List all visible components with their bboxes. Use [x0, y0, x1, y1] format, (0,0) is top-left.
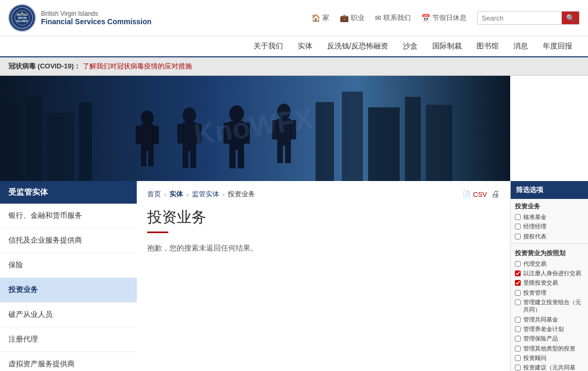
main-section: 首页 › 实体 › 监管实体 › 投资业务 📄 CSV 🖨 投资业务: [137, 181, 510, 371]
filter-item-agency-trade: 代理交易: [511, 259, 588, 268]
sidebar-item-investment[interactable]: 投资业务: [0, 278, 137, 303]
svg-rect-8: [26, 97, 42, 181]
csv-button[interactable]: 📄 CSV: [462, 190, 487, 198]
filter-panel: 筛选选项 投资业务 核准基金 经理经理 授权代表 投资营业为按照划 代理交易 以…: [510, 181, 588, 371]
filter-checkbox-mgmt-mutual[interactable]: [515, 317, 521, 323]
sidebar-item-virtual-assets[interactable]: 虚拟资产服务提供商: [0, 352, 137, 371]
filter-label-inv-mgmt: 投资管理: [523, 289, 546, 296]
csv-label: CSV: [473, 190, 487, 198]
sidebar-title: 受监管实体: [0, 181, 137, 204]
nav-home[interactable]: 🏠 家: [311, 13, 329, 23]
logo-emblem: BRITISH VIRGIN ISLANDS: [8, 4, 36, 32]
search-button[interactable]: 🔍: [562, 12, 579, 24]
filter-label-inv-advisor: 投资顾问: [523, 354, 546, 362]
svg-rect-14: [405, 97, 421, 181]
sidebar-item-trust[interactable]: 信托及企业服务提供商: [0, 228, 137, 253]
filter-item-restricted-trade: 受限投资交易: [511, 278, 588, 287]
sidebar-item-insurance[interactable]: 保险: [0, 253, 137, 278]
nav-about[interactable]: 关于我们: [246, 36, 290, 56]
filter-inv-business-sub: 投资营业为按照划: [511, 246, 588, 259]
filter-item-inv-advice-nonmutual: 投资建议（元共同基金）: [511, 363, 588, 371]
filter-item-registered-trade: 以注册人身份进行交易: [511, 268, 588, 278]
svg-rect-32: [229, 150, 236, 168]
svg-rect-21: [148, 151, 154, 166]
svg-point-5: [21, 12, 23, 14]
search-input[interactable]: [478, 12, 562, 24]
briefcase-icon: 💼: [340, 14, 349, 22]
nav-home-label: 家: [322, 13, 329, 23]
nav-holidays[interactable]: 📅 节假日休息: [421, 13, 467, 23]
svg-rect-19: [153, 126, 159, 144]
nav-sanctions[interactable]: 国际制裁: [425, 36, 469, 56]
filter-checkbox-inv-advisor[interactable]: [515, 355, 521, 361]
filter-checkbox-restricted-trade[interactable]: [515, 280, 521, 286]
svg-rect-18: [136, 126, 142, 144]
calendar-icon: 📅: [421, 14, 430, 22]
nav-contact[interactable]: ✉ 联系我们: [375, 13, 411, 23]
covid-link[interactable]: 了解我们对冠状病毒疫情的应对措施: [83, 62, 192, 70]
filter-label-restricted-trade: 受限投资交易: [523, 279, 558, 286]
filter-checkbox-mgmt-other[interactable]: [515, 346, 521, 352]
envelope-icon: ✉: [375, 14, 381, 22]
filter-label-mgmt-insurance: 管理保险产品: [523, 335, 558, 342]
svg-point-16: [141, 111, 154, 125]
filter-checkbox-manager[interactable]: [515, 224, 521, 229]
nav-annual[interactable]: 年度回报: [535, 36, 580, 56]
filter-checkbox-mgmt-insurance[interactable]: [515, 336, 521, 342]
home-icon: 🏠: [311, 14, 320, 22]
nav-aml[interactable]: 反洗钱/反恐怖融资: [320, 36, 396, 56]
svg-rect-12: [342, 92, 363, 181]
svg-rect-33: [238, 150, 244, 168]
nav-holidays-label: 节假日休息: [432, 13, 467, 23]
filter-checkbox-mgmt-portfolio[interactable]: [515, 299, 521, 305]
svg-text:ISLANDS: ISLANDS: [16, 19, 28, 23]
svg-rect-38: [277, 146, 283, 163]
svg-rect-7: [0, 107, 21, 181]
filter-item-mgmt-other: 管理其他类型的投资: [511, 344, 588, 353]
svg-rect-27: [190, 151, 196, 168]
print-button[interactable]: 🖨: [491, 189, 500, 199]
filter-checkbox-authorised-rep[interactable]: [515, 234, 521, 239]
breadcrumb-sep3: ›: [222, 190, 225, 198]
filter-checkbox-inv-advice-nonmutual[interactable]: [515, 365, 521, 370]
filter-checkbox-approved-fund[interactable]: [515, 214, 521, 220]
nav-entities[interactable]: 实体: [290, 36, 320, 56]
nav-sandbox[interactable]: 沙盒: [396, 36, 425, 56]
filter-label-authorised-rep: 授权代表: [523, 233, 546, 240]
csv-icon: 📄: [462, 190, 471, 198]
filter-divider1: [511, 243, 588, 244]
sidebar-item-banking[interactable]: 银行、金融和货币服务: [0, 204, 137, 228]
nav-career[interactable]: 💼 职业: [340, 13, 364, 23]
hero-image: KnoWFX: [0, 76, 510, 181]
nav-library[interactable]: 图书馆: [469, 36, 506, 56]
svg-rect-20: [141, 151, 146, 166]
breadcrumb-sep1: ›: [164, 190, 166, 198]
breadcrumb: 首页 › 实体 › 监管实体 › 投资业务 📄 CSV 🖨: [147, 189, 500, 199]
filter-item-inv-advisor: 投资顾问: [511, 353, 588, 363]
filter-checkbox-agency-trade[interactable]: [515, 261, 521, 267]
svg-rect-9: [47, 113, 74, 181]
nav-news[interactable]: 消息: [506, 36, 535, 56]
svg-rect-13: [368, 107, 400, 181]
filter-checkbox-inv-mgmt[interactable]: [515, 290, 521, 296]
sidebar-item-registered-agent[interactable]: 注册代理: [0, 327, 137, 352]
hero-svg: KnoWFX: [0, 76, 510, 181]
filter-label-registered-trade: 以注册人身份进行交易: [523, 269, 581, 277]
filter-item-mgmt-pension: 管理养老金计划: [511, 324, 588, 334]
breadcrumb-home[interactable]: 首页: [147, 189, 161, 199]
filter-item-mgmt-portfolio: 管理建立投资组合（元共同）: [511, 297, 588, 315]
filter-checkbox-registered-trade[interactable]: [515, 270, 521, 276]
svg-rect-26: [183, 151, 188, 168]
filter-label-mgmt-other: 管理其他类型的投资: [523, 345, 575, 352]
covid-banner: 冠状病毒 (COVID-19)： 了解我们对冠状病毒疫情的应对措施: [0, 57, 588, 76]
filter-label-mgmt-portfolio: 管理建立投资组合（元共同）: [523, 298, 584, 314]
content-wrapper: 受监管实体 银行、金融和货币服务 信托及企业服务提供商 保险 投资业务 破产从业…: [0, 181, 588, 371]
breadcrumb-current: 投资业务: [228, 189, 255, 199]
breadcrumb-supervised[interactable]: 监管实体: [192, 189, 219, 199]
filter-label-inv-advice-nonmutual: 投资建议（元共同基金）: [523, 364, 584, 371]
title-underline: [147, 232, 168, 233]
breadcrumb-entities[interactable]: 实体: [169, 189, 183, 199]
sidebar-item-insolvency[interactable]: 破产从业人员: [0, 303, 137, 327]
logo-area: BRITISH VIRGIN ISLANDS British Virgin Is…: [8, 4, 151, 32]
filter-checkbox-mgmt-pension[interactable]: [515, 326, 521, 332]
